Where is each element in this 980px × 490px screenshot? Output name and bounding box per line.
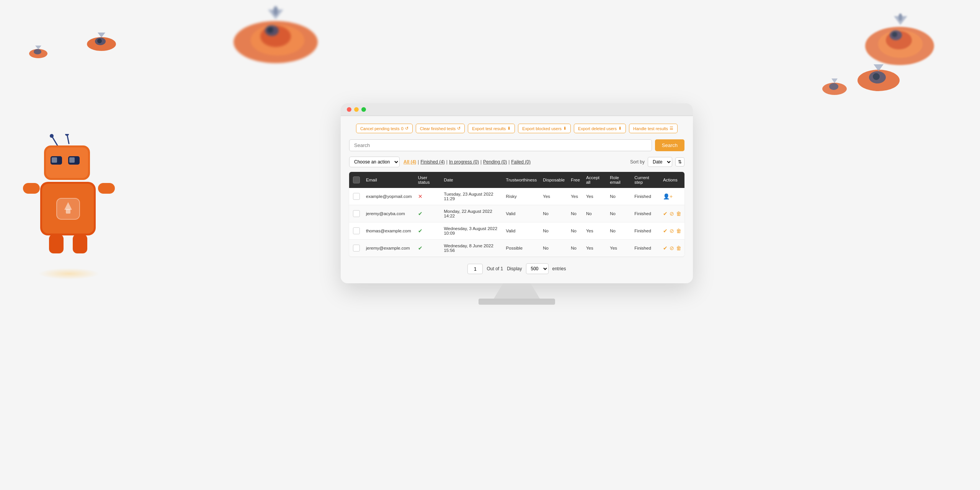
window-chrome — [341, 103, 693, 116]
svg-rect-44 — [98, 183, 115, 194]
cell-user-status: ✔ — [415, 205, 441, 222]
action-check-icon[interactable]: ✔ — [663, 211, 668, 217]
table-row: jeremy@example.com ✔ Wednesday, 8 June 2… — [349, 240, 684, 257]
svg-point-14 — [865, 27, 934, 65]
filter-left: Choose an action All (4) | Finished (4) … — [349, 157, 531, 167]
search-button[interactable]: Search — [655, 139, 684, 151]
page-number-input[interactable] — [467, 264, 483, 274]
cell-date: Tuesday, 23 August 2022 11:29 — [441, 188, 503, 205]
svg-point-0 — [234, 21, 318, 63]
select-all-checkbox[interactable] — [353, 176, 360, 183]
search-input[interactable] — [349, 139, 652, 151]
robot-decoration — [23, 134, 115, 272]
cell-free: No — [568, 205, 583, 222]
action-block-icon[interactable]: ⊘ — [670, 211, 674, 217]
cell-role-email: Yes — [607, 240, 631, 257]
svg-rect-33 — [46, 147, 88, 178]
cell-free: No — [568, 240, 583, 257]
per-page-select[interactable]: 500 100 50 25 — [526, 263, 549, 274]
cell-free: Yes — [568, 188, 583, 205]
cell-actions: ✔ ⊘ 🗑 — [660, 222, 684, 240]
svg-marker-19 — [894, 16, 907, 25]
filter-tab-failed[interactable]: Failed (0) — [511, 159, 531, 165]
svg-marker-41 — [64, 202, 72, 210]
clear-finished-btn[interactable]: Clear finished tests ↺ — [416, 124, 465, 133]
monitor-base — [479, 299, 555, 305]
monitor-stand — [494, 283, 540, 299]
table-row: thomas@example.com ✔ Wednesday, 3 August… — [349, 222, 684, 240]
filter-tab-pending[interactable]: Pending (0) — [483, 159, 507, 165]
svg-rect-32 — [44, 145, 90, 180]
cell-accept-all: Yes — [583, 222, 607, 240]
svg-point-25 — [822, 83, 847, 95]
export-deleted-btn[interactable]: Export deleted users ⬇ — [574, 124, 626, 133]
status-check-icon: ✔ — [418, 245, 423, 251]
sort-select[interactable]: Date — [648, 157, 672, 167]
svg-point-20 — [898, 13, 902, 21]
action-delete-icon[interactable]: 🗑 — [676, 211, 681, 217]
sort-direction-btn[interactable]: ⇅ — [675, 157, 684, 167]
cell-current-step: Finished — [631, 222, 660, 240]
cell-user-status: ✕ — [415, 188, 441, 205]
svg-rect-38 — [40, 182, 96, 235]
export-test-btn[interactable]: Export test results ⬇ — [468, 124, 515, 133]
svg-point-9 — [97, 39, 102, 43]
add-user-icon[interactable]: 👤+ — [663, 193, 673, 199]
action-select[interactable]: Choose an action — [349, 157, 400, 167]
svg-point-8 — [95, 38, 106, 45]
row-checkbox[interactable] — [353, 227, 360, 234]
cell-user-status: ✔ — [415, 240, 441, 257]
handle-results-btn[interactable]: Handle test results ☰ — [629, 124, 678, 133]
export-blocked-btn[interactable]: Export blocked users ⬇ — [518, 124, 571, 133]
window-dot-green[interactable] — [361, 107, 366, 112]
action-block-icon[interactable]: ⊘ — [670, 245, 674, 251]
entries-label: entries — [552, 266, 566, 271]
filter-tab-finished[interactable]: Finished (4) — [420, 159, 444, 165]
cell-date: Wednesday, 3 August 2022 10:09 — [441, 222, 503, 240]
action-block-icon[interactable]: ⊘ — [670, 228, 674, 234]
svg-rect-43 — [23, 183, 40, 194]
status-check-icon: ✔ — [418, 211, 423, 217]
action-check-icon[interactable]: ✔ — [663, 245, 668, 251]
cell-trustworthiness: Valid — [503, 222, 540, 240]
display-label: Display — [507, 266, 522, 271]
svg-rect-40 — [57, 198, 80, 219]
row-checkbox[interactable] — [353, 245, 360, 252]
col-header-user-status: User status — [415, 172, 441, 188]
svg-point-17 — [890, 30, 902, 40]
window-dot-red[interactable] — [347, 107, 351, 112]
svg-point-4 — [267, 27, 273, 33]
row-checkbox[interactable] — [353, 210, 360, 217]
cell-disposable: Yes — [540, 188, 568, 205]
export-deleted-label: Export deleted users — [578, 126, 617, 131]
col-header-email: Email — [363, 172, 415, 188]
row-checkbox[interactable] — [353, 193, 360, 200]
action-check-icon[interactable]: ✔ — [663, 228, 668, 234]
data-table: Email User status Date Trustworthiness D… — [349, 172, 684, 256]
clear-finished-label: Clear finished tests — [420, 126, 456, 131]
cancel-pending-count: 0 — [401, 126, 403, 131]
cell-trustworthiness: Possible — [503, 240, 540, 257]
svg-marker-5 — [268, 10, 283, 19]
svg-rect-37 — [69, 157, 75, 163]
cancel-pending-label: Cancel pending tests — [360, 126, 400, 131]
action-delete-icon[interactable]: 🗑 — [676, 228, 681, 234]
svg-marker-13 — [35, 46, 41, 49]
svg-point-16 — [886, 31, 912, 49]
svg-marker-24 — [874, 64, 884, 71]
filter-tab-in-progress[interactable]: In progress (0) — [449, 159, 479, 165]
window-dot-yellow[interactable] — [354, 107, 359, 112]
out-of-label: Out of 1 — [487, 266, 503, 271]
svg-rect-46 — [73, 234, 87, 253]
cell-date: Wednesday, 8 June 2022 15:56 — [441, 240, 503, 257]
cancel-pending-btn[interactable]: Cancel pending tests 0 ↺ — [356, 124, 413, 133]
svg-point-29 — [50, 134, 54, 138]
svg-point-12 — [34, 49, 41, 54]
svg-line-30 — [67, 134, 69, 144]
cell-email: jeremy@example.com — [363, 240, 415, 257]
filter-tab-all[interactable]: All (4) — [403, 159, 416, 165]
action-delete-icon[interactable]: 🗑 — [676, 245, 681, 251]
filter-tabs: All (4) | Finished (4) | In progress (0)… — [403, 159, 531, 165]
cell-trustworthiness: Valid — [503, 205, 540, 222]
col-header-role-email: Role email — [607, 172, 631, 188]
